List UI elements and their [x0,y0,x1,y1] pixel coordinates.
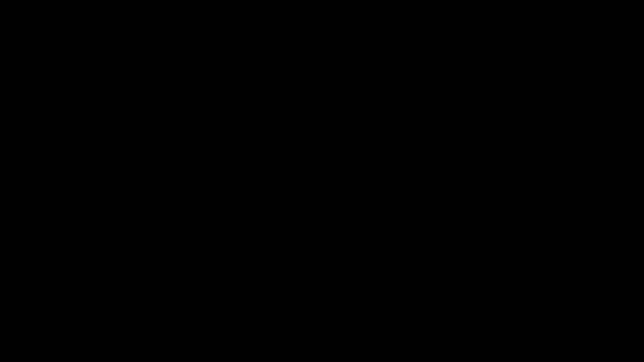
meteor-monitor-app [0,0,644,362]
status-bar [0,0,644,18]
horizontal-residuals-plot [352,187,644,275]
ground-map-plot [0,187,176,362]
vertical-residuals-plot [352,275,644,362]
atmospheric-position-plot [0,18,176,187]
trail-offset-plot [176,18,352,187]
orbital-position-plot [176,187,352,362]
magnitude-plot [352,18,644,187]
